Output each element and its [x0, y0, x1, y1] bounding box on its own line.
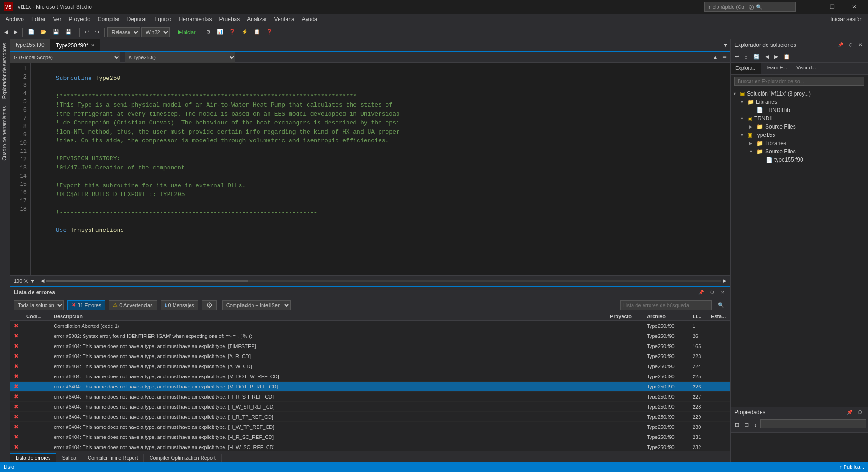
tree-trndii-src[interactable]: ▶ 📁 Source Files — [731, 123, 868, 131]
col-code[interactable]: Códi... — [22, 312, 50, 321]
prop-pin-btn[interactable]: 📌 — [845, 407, 855, 418]
tree-type155-file[interactable]: ▶ 📄 type155.f90 — [731, 156, 868, 164]
prop-btn1[interactable]: ⊞ — [733, 419, 741, 430]
tree-libraries[interactable]: ▼ 📁 Libraries — [731, 98, 868, 106]
menu-archivo[interactable]: Archivo — [2, 15, 28, 24]
signin-link[interactable]: Iniciar sesión — [827, 15, 866, 24]
tree-type155-libs[interactable]: ▶ 📁 Libraries — [731, 139, 868, 147]
se-btn5[interactable]: ▶ — [772, 51, 780, 62]
prop-sort-btn[interactable]: ↕ — [752, 419, 759, 430]
menu-ver[interactable]: Ver — [49, 15, 65, 24]
se-search-input[interactable] — [734, 77, 864, 86]
error-row[interactable]: ✖ error #6404: This name does not have a… — [10, 371, 730, 382]
se-tab-view[interactable]: Vista d... — [792, 63, 821, 74]
se-btn2[interactable]: ⌂ — [742, 51, 750, 62]
filter-scope-dropdown[interactable]: Toda la solución — [14, 300, 64, 310]
start-button[interactable]: ▶ Iniciar — [176, 27, 197, 38]
toolbar-btn-11[interactable]: ❓ — [264, 27, 275, 38]
toolbox-tab[interactable]: Cuadro de herramientas — [0, 102, 10, 164]
error-table[interactable]: Códi... Descripción Proyecto Archivo Lí.… — [10, 312, 730, 451]
menu-proyecto[interactable]: Proyecto — [65, 15, 94, 24]
tab-new-button[interactable]: ▼ — [721, 39, 730, 51]
prop-search-input[interactable] — [760, 419, 867, 428]
tree-type155-src[interactable]: ▼ 📁 Source Files — [731, 147, 868, 156]
error-row[interactable]: ✖ error #5082: Syntax error, found IDENT… — [10, 331, 730, 341]
col-project[interactable]: Proyecto — [606, 312, 643, 321]
save-all-button[interactable]: 💾+ — [63, 27, 77, 38]
close-tab-button[interactable]: ✕ — [91, 43, 95, 48]
nav-back-button[interactable]: ◀ — [2, 27, 10, 38]
panel-tab-output[interactable]: Salida — [56, 454, 82, 462]
se-tab-team[interactable]: Team E... — [761, 63, 791, 74]
tree-trndll[interactable]: ▶ 📄 TRNDll.lib — [731, 106, 868, 114]
tree-type155-proj[interactable]: ▼ ▣ Type155 — [731, 131, 868, 139]
toolbar-btn-7[interactable]: 📊 — [214, 27, 225, 38]
error-row[interactable]: ✖ error #6404: This name does not have a… — [10, 432, 730, 442]
panel-tab-errors[interactable]: Lista de errores — [10, 453, 56, 462]
menu-depurar[interactable]: Depurar — [123, 15, 151, 24]
platform-dropdown[interactable]: Win32 x64 — [141, 27, 170, 37]
close-button[interactable]: ✕ — [844, 0, 864, 14]
server-explorer-tab[interactable]: Explorador de servidores — [0, 39, 10, 102]
se-tree[interactable]: ▼ ▣ Solución 'lvf11x' (3 proy...) ▼ 📁 Li… — [731, 88, 868, 407]
redo-button[interactable]: ↪ — [93, 27, 101, 38]
se-btn1[interactable]: ↩ — [733, 51, 741, 62]
error-row[interactable]: ✖ error #6404: This name does not have a… — [10, 412, 730, 422]
se-float-btn[interactable]: ⬡ — [846, 39, 855, 51]
save-button[interactable]: 💾 — [50, 27, 62, 38]
se-tab-explorer[interactable]: Explora... — [731, 63, 761, 74]
tab-type155[interactable]: type155.f90 — [10, 39, 50, 51]
se-close-btn[interactable]: ✕ — [856, 39, 864, 51]
se-btn3[interactable]: 🔄 — [751, 51, 762, 62]
menu-ayuda[interactable]: Ayuda — [298, 15, 321, 24]
build-config-dropdown[interactable]: Release Debug — [107, 27, 140, 37]
scope-selector[interactable]: G (Global Scope) — [10, 52, 120, 63]
errors-filter-button[interactable]: ✖ 31 Errores — [67, 300, 105, 310]
error-row[interactable]: ✖ error #6404: This name does not have a… — [10, 341, 730, 351]
tree-solution[interactable]: ▼ ▣ Solución 'lvf11x' (3 proy...) — [731, 90, 868, 98]
scroll-up-btn[interactable]: ▲ — [711, 53, 720, 62]
error-search-button[interactable]: 🔍 — [716, 300, 727, 311]
float-panel-button[interactable]: ⬡ — [708, 287, 717, 298]
menu-equipo[interactable]: Equipo — [151, 15, 175, 24]
tab-type250[interactable]: Type250.f90* ✕ — [50, 39, 101, 51]
prop-float-btn[interactable]: ⬡ — [856, 407, 864, 418]
minimize-button[interactable]: ─ — [801, 0, 821, 14]
col-state[interactable]: Esta... — [707, 312, 730, 321]
code-editor[interactable]: 1 2 3 4 5 6 7 8 9 10 11 12 13 14 15 16 1… — [10, 63, 730, 275]
toolbar-btn-8[interactable]: ❓ — [227, 27, 238, 38]
menu-analizar[interactable]: Analizar — [243, 15, 270, 24]
menu-ventana[interactable]: Ventana — [271, 15, 298, 24]
build-filter-icon[interactable]: ⚙ — [202, 300, 217, 310]
menu-herramientas[interactable]: Herramientas — [175, 15, 216, 24]
error-row[interactable]: ✖ error #6404: This name does not have a… — [10, 361, 730, 371]
tree-trndii[interactable]: ▼ ▣ TRNDII — [731, 114, 868, 123]
open-button[interactable]: 📂 — [38, 27, 49, 38]
close-panel-button[interactable]: ✕ — [718, 287, 727, 298]
se-pin-btn[interactable]: 📌 — [835, 39, 846, 51]
error-search-input[interactable] — [620, 300, 712, 310]
restore-button[interactable]: ❐ — [822, 0, 843, 14]
quick-search-box[interactable]: Inicio rápido (Ctrl+Q) 🔍 — [704, 2, 796, 12]
se-btn4[interactable]: ◀ — [763, 51, 771, 62]
pin-panel-button[interactable]: 📌 — [696, 287, 706, 298]
col-desc[interactable]: Descripción — [50, 312, 606, 321]
toolbar-btn-10[interactable]: 📋 — [252, 27, 263, 38]
col-type[interactable] — [10, 312, 22, 321]
error-row[interactable]: ✖ error #6404: This name does not have a… — [10, 442, 730, 451]
messages-filter-button[interactable]: ℹ 0 Mensajes — [161, 300, 198, 310]
function-selector[interactable]: s Type250() — [125, 52, 235, 63]
toolbar-btn-6[interactable]: ⚙ — [204, 27, 213, 38]
warnings-filter-button[interactable]: ⚠ 0 Advertencias — [109, 300, 157, 310]
col-line[interactable]: Lí... — [689, 312, 707, 321]
panel-tab-inline[interactable]: Compiler Inline Report — [82, 454, 144, 462]
col-file[interactable]: Archivo — [643, 312, 689, 321]
nav-forward-button[interactable]: ▶ — [11, 27, 20, 38]
undo-button[interactable]: ↩ — [83, 27, 91, 38]
error-row[interactable]: ✖ error #6404: This name does not have a… — [10, 382, 730, 392]
menu-pruebas[interactable]: Pruebas — [216, 15, 244, 24]
menu-compilar[interactable]: Compilar — [94, 15, 123, 24]
scroll-down-btn[interactable]: ═ — [721, 53, 728, 62]
error-row[interactable]: ✖ Compilation Aborted (code 1) Type250.f… — [10, 321, 730, 331]
se-btn6[interactable]: 📋 — [781, 51, 792, 62]
